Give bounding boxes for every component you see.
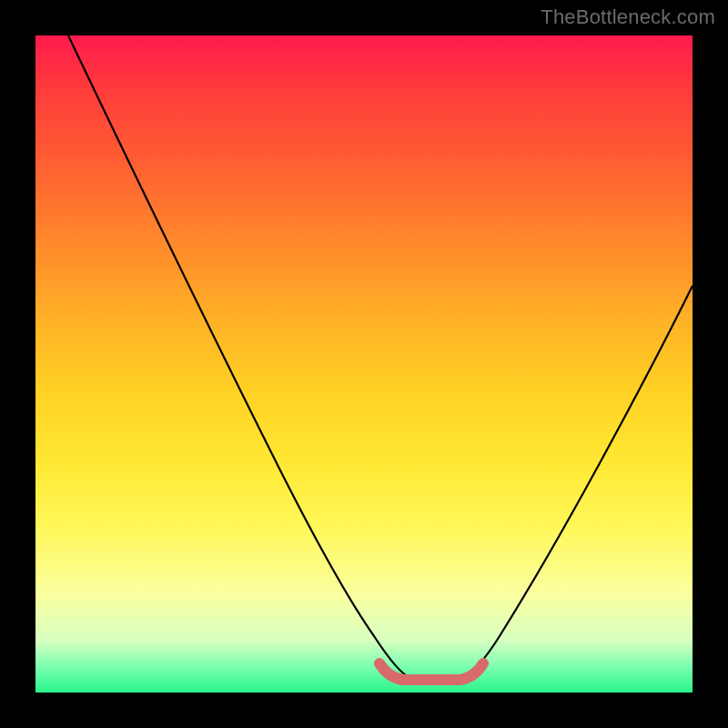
watermark-text: TheBottleneck.com: [541, 5, 715, 29]
bottleneck-curve: [68, 35, 693, 678]
chart-svg: [35, 35, 693, 693]
chart-frame: TheBottleneck.com: [0, 0, 728, 728]
plot-area: [35, 35, 693, 693]
